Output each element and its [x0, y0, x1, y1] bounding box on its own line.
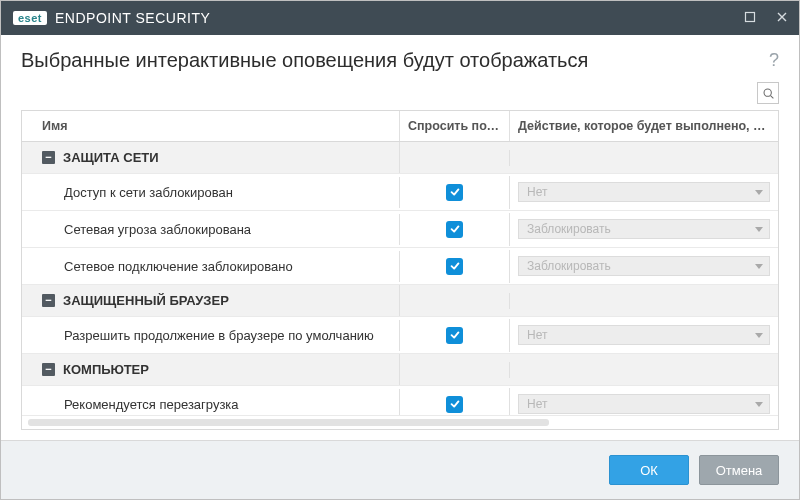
window-controls	[743, 11, 789, 26]
collapse-icon[interactable]: −	[42, 151, 55, 164]
page-title: Выбранные интерактивные оповещения будут…	[21, 49, 588, 72]
col-header-ask[interactable]: Спросить пользо...	[400, 111, 510, 141]
action-value: Нет	[527, 185, 547, 199]
grid-header: Имя Спросить пользо... Действие, которое…	[22, 111, 778, 142]
ask-user-checkbox[interactable]	[446, 184, 463, 201]
row-name: Сетевая угроза заблокирована	[42, 222, 251, 237]
close-icon[interactable]	[775, 11, 789, 26]
row-name: Разрешить продолжение в браузере по умол…	[42, 328, 374, 343]
ok-button[interactable]: ОК	[609, 455, 689, 485]
search-icon[interactable]	[757, 82, 779, 104]
horizontal-scrollbar[interactable]	[22, 415, 778, 429]
action-select[interactable]: Заблокировать	[518, 219, 770, 239]
table-row: Разрешить продолжение в браузере по умол…	[22, 317, 778, 354]
app-name: ENDPOINT SECURITY	[55, 10, 210, 26]
action-value: Заблокировать	[527, 222, 611, 236]
action-value: Нет	[527, 328, 547, 342]
ask-user-checkbox[interactable]	[446, 221, 463, 238]
brand-tag: eset	[13, 11, 47, 25]
action-value: Заблокировать	[527, 259, 611, 273]
brand: eset ENDPOINT SECURITY	[13, 10, 210, 26]
svg-point-1	[764, 89, 771, 96]
grid-body: −ЗАЩИТА СЕТИДоступ к сети заблокированНе…	[22, 142, 778, 415]
group-label: ЗАЩИЩЕННЫЙ БРАУЗЕР	[63, 293, 229, 308]
titlebar: eset ENDPOINT SECURITY	[1, 1, 799, 35]
group-row[interactable]: −ЗАЩИЩЕННЫЙ БРАУЗЕР	[22, 285, 778, 317]
cancel-button[interactable]: Отмена	[699, 455, 779, 485]
group-label: КОМПЬЮТЕР	[63, 362, 149, 377]
collapse-icon[interactable]: −	[42, 363, 55, 376]
notifications-grid: Имя Спросить пользо... Действие, которое…	[21, 110, 779, 430]
group-row[interactable]: −КОМПЬЮТЕР	[22, 354, 778, 386]
scrollbar-thumb[interactable]	[28, 419, 549, 426]
group-row[interactable]: −ЗАЩИТА СЕТИ	[22, 142, 778, 174]
ask-user-checkbox[interactable]	[446, 327, 463, 344]
table-row: Сетевая угроза заблокированаЗаблокироват…	[22, 211, 778, 248]
maximize-icon[interactable]	[743, 11, 757, 26]
svg-line-2	[770, 95, 773, 98]
action-select[interactable]: Нет	[518, 182, 770, 202]
ask-user-checkbox[interactable]	[446, 396, 463, 413]
table-row: Сетевое подключение заблокированоЗаблоки…	[22, 248, 778, 285]
table-row: Рекомендуется перезагрузкаНет	[22, 386, 778, 415]
row-name: Сетевое подключение заблокировано	[42, 259, 293, 274]
action-select[interactable]: Заблокировать	[518, 256, 770, 276]
action-select[interactable]: Нет	[518, 394, 770, 414]
action-select[interactable]: Нет	[518, 325, 770, 345]
col-header-name[interactable]: Имя	[22, 111, 400, 141]
ask-user-checkbox[interactable]	[446, 258, 463, 275]
row-name: Доступ к сети заблокирован	[42, 185, 233, 200]
row-name: Рекомендуется перезагрузка	[42, 397, 239, 412]
group-label: ЗАЩИТА СЕТИ	[63, 150, 159, 165]
action-value: Нет	[527, 397, 547, 411]
svg-rect-0	[746, 12, 755, 21]
table-row: Доступ к сети заблокированНет	[22, 174, 778, 211]
collapse-icon[interactable]: −	[42, 294, 55, 307]
dialog-footer: ОК Отмена	[1, 440, 799, 499]
help-icon[interactable]: ?	[769, 50, 779, 71]
page-header: Выбранные интерактивные оповещения будут…	[1, 35, 799, 82]
col-header-action[interactable]: Действие, которое будет выполнено, если	[510, 111, 778, 141]
